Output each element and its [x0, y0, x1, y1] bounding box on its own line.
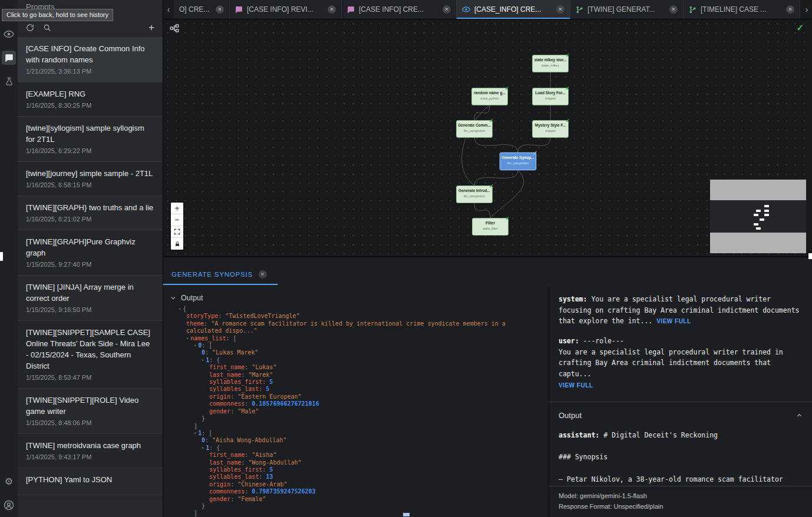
prompt-list-item[interactable]: [TWINE][SNIPPET][ROLE] Video game writer…	[18, 389, 163, 434]
node-title: Filter	[473, 221, 508, 226]
prompt-list-item[interactable]: [TWINE] [JINJA] Array merge in correct o…	[18, 276, 163, 321]
zoom-controls: +−	[171, 203, 183, 250]
zoom-in-button[interactable]: +	[171, 203, 183, 214]
tab-label: [CASE INFO] CRE...	[359, 5, 424, 14]
zoom-out-button[interactable]: −	[171, 214, 183, 226]
response-format-line: Response Format: Unspecified/plain	[559, 501, 803, 512]
collapse-caret-icon[interactable]: ▾	[202, 446, 204, 450]
tab-scroll-right-icon[interactable]: ›	[801, 0, 812, 19]
node-title: Generate Synop...	[500, 155, 536, 160]
lock-button[interactable]	[171, 238, 183, 250]
json-line: theme: "A romance scam facilitator is ki…	[179, 320, 524, 327]
editor-tab[interactable]: [CASE INFO] REVI...✕	[230, 0, 342, 19]
prompt-list-item[interactable]: [twine][syllogism] sample syllogism for …	[18, 117, 163, 162]
json-line: syllables_last: 13	[179, 473, 524, 480]
collapse-caret-icon[interactable]: ▾	[179, 307, 181, 311]
add-prompt-button[interactable]: +	[148, 22, 154, 34]
editor-tab[interactable]: [CASE_INFO] CRE...✕	[457, 0, 570, 19]
tab-label: [TIMELINE] CASE ...	[701, 5, 766, 14]
collapse-caret-icon[interactable]: ▾	[194, 343, 196, 348]
minimap-node	[760, 218, 764, 221]
eye-icon[interactable]	[2, 27, 16, 41]
collapse-caret-icon[interactable]: ▾	[194, 431, 196, 436]
refresh-icon[interactable]	[26, 24, 34, 32]
editor-tab[interactable]: [TWINE] GENERAT...✕	[570, 0, 684, 19]
flow-node-filter[interactable]: Filterstate_filter✓	[472, 218, 509, 236]
node-subtitle: state_filter	[473, 227, 508, 231]
prompt-list-item[interactable]: [TWINE][SNIPPET][SAMPLE CASE] Online Thr…	[18, 321, 163, 389]
close-tab-icon[interactable]: ✕	[669, 5, 678, 14]
gear-icon[interactable]: ⚙	[2, 475, 16, 489]
prompt-date: 1/21/2025, 3:36:13 PM	[26, 68, 154, 75]
close-tab-icon[interactable]: ✕	[328, 5, 336, 14]
flow-node-generate-common[interactable]: Generate Comm...llm_completion✓	[456, 120, 493, 138]
prompt-list-item[interactable]: [twine][journey] simple sample - 2T1L1/1…	[18, 162, 163, 196]
model-info: Model: gemini/gemini-1.5-flash Response …	[549, 486, 812, 517]
fit-view-button[interactable]	[171, 226, 183, 238]
node-success-check-icon: ✓	[505, 216, 510, 221]
editor-tab[interactable]: [TIMELINE] CASE ...✕	[684, 0, 800, 19]
prompt-list-item[interactable]: [EXAMPLE] RNG1/16/2025, 8:30:25 PM	[18, 82, 163, 117]
close-tab-icon[interactable]: ✕	[786, 5, 794, 14]
json-line: ▾names_list: [	[179, 335, 524, 342]
close-tab-icon[interactable]: ✕	[259, 270, 267, 279]
git-branch-icon	[576, 6, 583, 14]
editor-tab[interactable]: [CASE INFO] CRE...✕	[342, 0, 457, 19]
system-view-full-link[interactable]: VIEW FULL	[656, 318, 691, 324]
saved-check-icon: ✓	[796, 22, 804, 33]
json-line: ▾1: {	[179, 357, 524, 364]
json-line: last_name: "Wong-Abdullah"	[179, 459, 524, 466]
prompts-icon[interactable]	[2, 51, 16, 65]
prompt-date: 1/15/2025, 9:27:40 PM	[26, 261, 154, 268]
prompt-title: [TWINE][SNIPPET][ROLE] Video game writer	[26, 395, 154, 417]
history-tooltip: Click to go back, hold to see history	[2, 9, 113, 21]
node-success-check-icon: ✓	[533, 150, 537, 156]
chevron-up-icon[interactable]	[796, 412, 803, 419]
output-json-pane: Output ▾{storyType: "TwistedLoveTriangle…	[163, 286, 548, 517]
flow-node-state-mikey[interactable]: state mikey stor...state_mikey✓	[532, 55, 569, 72]
minimap-node	[756, 227, 761, 230]
tab-label: [TWINE] GENERAT...	[587, 5, 655, 14]
auto-layout-icon[interactable]	[170, 24, 179, 33]
close-tab-icon[interactable]: ✕	[216, 5, 224, 14]
minimap-node	[764, 214, 769, 216]
system-message: system: You are a specialist legal proce…	[559, 294, 803, 327]
minimap-node	[764, 210, 769, 212]
node-title: Mystery Style F...	[533, 123, 568, 128]
node-subtitle: llm_completion	[500, 161, 536, 165]
tab-scroll-left-icon[interactable]: ‹	[163, 0, 174, 19]
collapse-caret-icon[interactable]: ▾	[186, 336, 189, 341]
json-line: last_name: "Marek"	[179, 372, 524, 379]
prompt-list-item[interactable]: [TWINE] metroidvania case graph1/14/2025…	[18, 434, 163, 468]
json-tree: ▾{storyType: "TwistedLoveTriangle"theme:…	[163, 306, 548, 517]
search-icon[interactable]	[43, 24, 51, 32]
flow-node-random-name[interactable]: random name g...exec_python✓	[471, 88, 508, 105]
editor-tab[interactable]: O] CRE...✕	[174, 0, 230, 19]
close-tab-icon[interactable]: ✕	[443, 5, 451, 14]
tab-label: [CASE INFO] REVI...	[247, 5, 313, 14]
flask-icon[interactable]	[2, 74, 16, 88]
minimap[interactable]	[710, 180, 806, 253]
prompt-title: [twine][syllogism] sample syllogism for …	[26, 122, 154, 145]
model-line: Model: gemini/gemini-1.5-flash	[559, 491, 803, 501]
collapse-caret-icon[interactable]: ▾	[202, 358, 204, 363]
prompt-list-item[interactable]: [TWINE][GRAPH]Pure Graphviz graph1/15/20…	[18, 230, 163, 276]
minimap-node	[764, 205, 769, 207]
right-output-header[interactable]: Output	[549, 402, 812, 422]
flow-node-generate-synopsis[interactable]: Generate Synop...llm_completion✓	[500, 153, 536, 170]
prompt-list-item[interactable]: [CASE INFO] Create Common Info with rand…	[18, 37, 163, 82]
user-view-full-link[interactable]: VIEW FULL	[559, 381, 593, 390]
flow-node-load-story[interactable]: Load Story For...snippet✓	[532, 88, 569, 105]
prompt-title: [PYTHON] Yaml to JSON	[26, 474, 154, 485]
prompt-list-item[interactable]: [TWINE][GRAPH} two truths and a lie1/16/…	[18, 196, 163, 230]
output-section-header[interactable]: Output	[163, 286, 548, 306]
prompts-panel: Prompts + [CASE INFO] Create Common Info…	[18, 0, 163, 517]
account-icon[interactable]	[2, 498, 16, 512]
close-tab-icon[interactable]: ✕	[556, 5, 565, 14]
flow-node-mystery-style[interactable]: Mystery Style F...snippet✓	[532, 120, 569, 138]
tab-label: O] CRE...	[179, 5, 209, 14]
tab-generate-synopsis[interactable]: GENERATE SYNOPSIS ✕	[163, 265, 278, 285]
prompt-list-item[interactable]: [PYTHON] Yaml to JSON	[18, 468, 163, 495]
flow-canvas[interactable]: state mikey stor...state_mikey✓random na…	[163, 19, 812, 256]
flow-node-generate-introduction[interactable]: Generate Introd...llm_completion✓	[456, 185, 493, 203]
